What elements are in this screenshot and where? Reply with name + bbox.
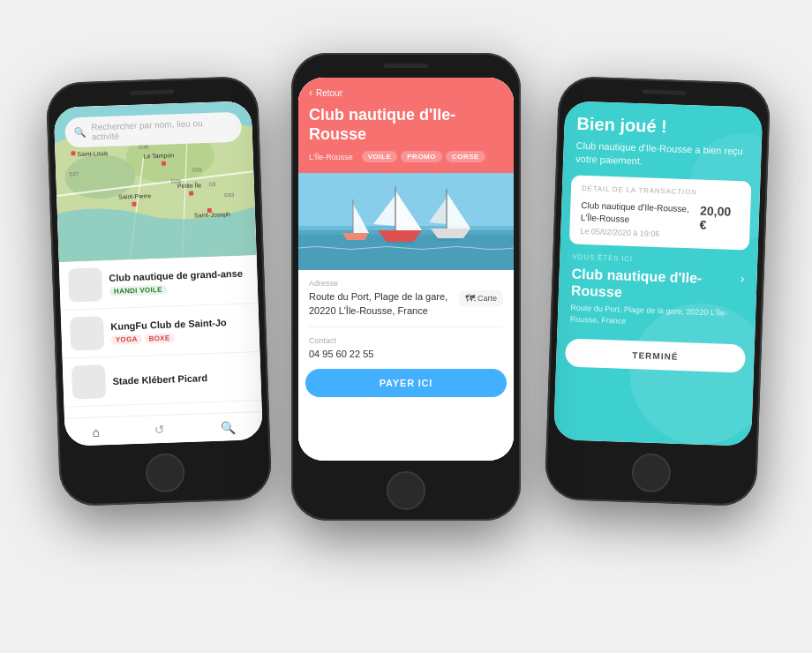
refresh-icon[interactable]: ↺	[154, 422, 166, 436]
pay-button[interactable]: PAYER ICI	[305, 369, 507, 397]
transaction-info: Club nautique d'Ile-Rousse, L'Île-Rousse…	[580, 199, 700, 240]
map-icon: 🗺	[465, 293, 475, 304]
left-map: Saint-Louis Entre-Deux Le Tampon Petite …	[54, 101, 257, 262]
list-item-tags-2: YOGA BOXE	[111, 331, 251, 346]
list-item[interactable]: Club nautique de grand-anse HANDI VOILE	[59, 255, 259, 311]
tag-corse: CORSE	[446, 151, 485, 162]
location-text: L'Île-Rousse	[309, 153, 353, 161]
list-item[interactable]: Stade Klébert Picard	[63, 352, 262, 408]
sailing-svg	[298, 173, 514, 270]
center-tags: VOILE PROMO CORSE	[362, 151, 485, 162]
svg-rect-39	[387, 242, 413, 244]
phone-left-home-button[interactable]	[145, 453, 185, 493]
back-label: Retour	[316, 88, 342, 98]
phone-left-screen: Saint-Louis Entre-Deux Le Tampon Petite …	[54, 101, 263, 447]
chevron-left-icon: ‹	[309, 86, 312, 99]
list-item-tags-1: HANDI VOILE	[109, 282, 249, 297]
svg-rect-13	[189, 191, 193, 196]
tag-boxe: BOXE	[144, 334, 174, 344]
svg-text:Petite Île: Petite Île	[177, 181, 202, 189]
svg-rect-7	[71, 151, 75, 155]
phone-right-home-button[interactable]	[631, 453, 672, 493]
back-button[interactable]: ‹ Retour	[309, 86, 503, 99]
list-item-name-2: KungFu Club de Saint-Jo	[110, 315, 250, 333]
tag-handivoile: HANDI VOILE	[109, 285, 167, 296]
list-item-info-2: KungFu Club de Saint-Jo YOGA BOXE	[110, 315, 251, 345]
svg-text:D31: D31	[192, 167, 203, 172]
list-item[interactable]: KungFu Club de Saint-Jo YOGA BOXE	[61, 304, 260, 359]
svg-text:D27: D27	[69, 171, 79, 176]
address-section: Adresse Route du Port, Plage de la gare,…	[309, 279, 503, 327]
svg-marker-36	[342, 233, 369, 240]
carte-button[interactable]: 🗺 Carte	[459, 290, 503, 306]
phone-right: Bien joué ! Club nautique d'Ile-Rousse a…	[545, 76, 771, 507]
svg-text:D29: D29	[171, 178, 182, 184]
phone-center-screen: ‹ Retour Club nautique d'Ile-Rousse L'Îl…	[298, 78, 514, 461]
phones-container: Saint-Louis Entre-Deux Le Tampon Petite …	[0, 0, 812, 653]
center-header: ‹ Retour Club nautique d'Ile-Rousse L'Îl…	[298, 78, 514, 173]
vous-etes-title: Club nautique d'Ile-Rousse ›	[571, 265, 745, 304]
search-input: Rechercher par nom, lieu ou activité	[91, 117, 233, 142]
list-item-info-3: Stade Klébert Picard	[112, 370, 252, 387]
svg-text:D3: D3	[209, 182, 217, 187]
list-thumb-1	[68, 267, 102, 302]
phone-left: Saint-Louis Entre-Deux Le Tampon Petite …	[46, 76, 273, 507]
svg-rect-11	[162, 161, 166, 166]
list-thumb-3	[71, 364, 106, 399]
center-title: Club nautique d'Ile-Rousse	[309, 106, 503, 144]
svg-text:Saint-Pierre: Saint-Pierre	[118, 192, 151, 199]
right-content: Bien joué ! Club nautique d'Ile-Rousse a…	[553, 101, 763, 447]
left-list: Club nautique de grand-anse HANDI VOILE …	[59, 255, 262, 418]
pay-label: PAYER ICI	[380, 378, 432, 388]
vous-etes-name: Club nautique d'Ile-Rousse	[571, 265, 741, 304]
phone-center-top-bar	[291, 53, 521, 78]
contact-value: 04 95 60 22 55	[309, 348, 503, 361]
tag-voile: VOILE	[362, 151, 398, 162]
contact-section: Contact 04 95 60 22 55	[309, 336, 503, 371]
svg-text:D53: D53	[224, 192, 235, 198]
arrow-right-icon: ›	[741, 271, 745, 286]
phone-left-speaker	[130, 89, 174, 95]
vous-etes-label: VOUS ÊTES ICI	[572, 252, 745, 266]
address-value: Route du Port, Plage de la gare, 20220 L…	[309, 290, 459, 318]
search-nav-icon[interactable]: 🔍	[220, 420, 236, 435]
svg-rect-40	[438, 238, 460, 241]
phone-center-home-button[interactable]	[387, 471, 425, 510]
phone-center: ‹ Retour Club nautique d'Ile-Rousse L'Îl…	[291, 53, 521, 521]
left-content: Saint-Louis Entre-Deux Le Tampon Petite …	[54, 101, 263, 447]
svg-rect-15	[132, 202, 136, 206]
search-bar[interactable]: 🔍 Rechercher par nom, lieu ou activité	[64, 112, 242, 148]
transaction-name: Club nautique d'Ile-Rousse, L'Île-Rousse	[581, 199, 701, 229]
home-icon[interactable]: ⌂	[92, 424, 100, 439]
contact-label: Contact	[309, 336, 503, 345]
tag-yoga: YOGA	[111, 334, 142, 345]
center-body: Adresse Route du Port, Plage de la gare,…	[298, 270, 514, 461]
list-item-info-1: Club nautique de grand-anse HANDI VOILE	[109, 266, 249, 296]
svg-text:Saint-Louis: Saint-Louis	[77, 150, 109, 157]
phone-right-screen: Bien joué ! Club nautique d'Ile-Rousse a…	[553, 101, 763, 447]
address-label: Adresse	[309, 279, 503, 288]
transaction-date: Le 05/02/2020 à 19:06	[580, 227, 699, 240]
search-icon: 🔍	[73, 126, 86, 138]
list-thumb-2	[70, 316, 104, 350]
list-item-name-1: Club nautique de grand-anse	[109, 266, 248, 284]
carte-label: Carte	[477, 294, 497, 303]
bottom-nav: ⌂ ↺ 🔍	[64, 411, 263, 447]
center-content: ‹ Retour Club nautique d'Ile-Rousse L'Îl…	[298, 78, 514, 461]
tag-promo: PROMO	[401, 151, 442, 162]
address-row: Route du Port, Plage de la gare, 20220 L…	[309, 290, 503, 318]
center-sailing-image	[298, 173, 514, 270]
phone-center-speaker	[384, 64, 428, 68]
phone-right-speaker	[643, 89, 687, 95]
list-item-name-3: Stade Klébert Picard	[112, 370, 252, 387]
